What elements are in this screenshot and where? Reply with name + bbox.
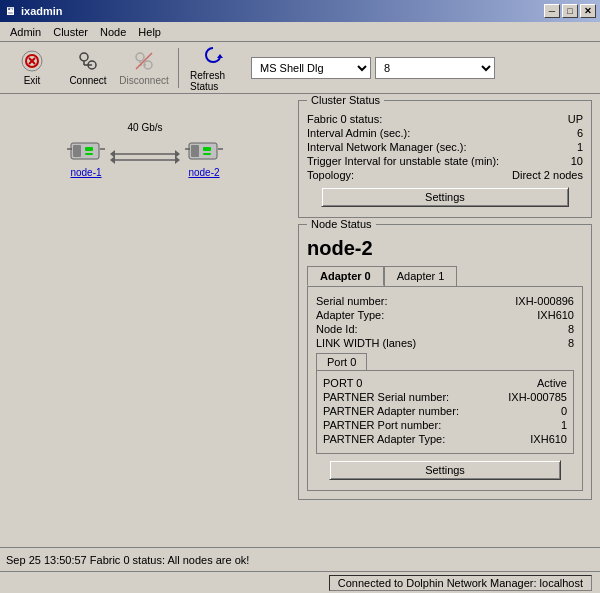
adapter-type-row: Adapter Type: IXH610 (316, 309, 574, 321)
exit-button[interactable]: Exit (6, 45, 58, 91)
title-icon: 🖥 (4, 5, 15, 17)
exit-icon (20, 49, 44, 73)
status-message: Sep 25 13:50:57 Fabric 0 status: All nod… (6, 554, 249, 566)
partner-adapter-type-label: PARTNER Adapter Type: (323, 433, 445, 445)
interval-admin-row: Interval Admin (sec.): 6 (307, 127, 583, 139)
connect-icon (76, 49, 100, 73)
link-width-row: LINK WIDTH (lanes) 8 (316, 337, 574, 349)
partner-port-value: 1 (561, 419, 567, 431)
bottom-bar: Connected to Dolphin Network Manager: lo… (0, 571, 600, 593)
partner-port-label: PARTNER Port number: (323, 419, 441, 431)
node-id-row: Node Id: 8 (316, 323, 574, 335)
adapter0-content: Serial number: IXH-000896 Adapter Type: … (307, 286, 583, 491)
interval-nm-value: 1 (577, 141, 583, 153)
refresh-label: Refresh Status (190, 70, 236, 92)
menu-admin[interactable]: Admin (4, 24, 47, 40)
interval-nm-label: Interval Network Manager (sec.): (307, 141, 467, 153)
svg-point-8 (136, 53, 144, 61)
serial-label: Serial number: (316, 295, 388, 307)
node1-label[interactable]: node-1 (70, 167, 101, 178)
link-width-label: LINK WIDTH (lanes) (316, 337, 416, 349)
interval-admin-label: Interval Admin (sec.): (307, 127, 410, 139)
left-panel: 40 Gb/s node-1 (0, 94, 290, 547)
trigger-label: Trigger Interval for unstable state (min… (307, 155, 499, 167)
cluster-status-group: Cluster Status Fabric 0 status: UP Inter… (298, 100, 592, 218)
adapter-type-label: Adapter Type: (316, 309, 384, 321)
svg-marker-23 (175, 156, 180, 164)
connect-button[interactable]: Connect (62, 45, 114, 91)
menu-cluster[interactable]: Cluster (47, 24, 94, 40)
link-svg (110, 142, 180, 172)
port0-tab[interactable]: Port 0 (316, 353, 367, 370)
toolbar-right: MS Shell Dlg 8 9 10 11 12 (251, 57, 495, 79)
network-diagram: 40 Gb/s node-1 (65, 122, 225, 178)
port0-row: PORT 0 Active (323, 377, 567, 389)
connection-status: Connected to Dolphin Network Manager: lo… (329, 575, 592, 591)
toolbar-separator (178, 48, 179, 88)
port0-content: PORT 0 Active PARTNER Serial number: IXH… (316, 370, 574, 454)
partner-serial-label: PARTNER Serial number: (323, 391, 449, 403)
interval-nm-row: Interval Network Manager (sec.): 1 (307, 141, 583, 153)
refresh-button[interactable]: Refresh Status (187, 45, 239, 91)
node-name: node-2 (307, 237, 583, 260)
title-bar: 🖥 ixadmin ─ □ ✕ (0, 0, 600, 22)
disconnect-button[interactable]: Disconnect (118, 45, 170, 91)
menu-bar: Admin Cluster Node Help (0, 22, 600, 42)
port0-value: Active (537, 377, 567, 389)
svg-rect-26 (203, 147, 211, 151)
svg-marker-13 (217, 54, 223, 58)
node-id-value: 8 (568, 323, 574, 335)
topology-row: Topology: Direct 2 nodes (307, 169, 583, 181)
node2-svg (185, 135, 223, 165)
size-dropdown[interactable]: 8 9 10 11 12 (375, 57, 495, 79)
main-content: 40 Gb/s node-1 (0, 94, 600, 547)
menu-node[interactable]: Node (94, 24, 132, 40)
fabric-status-label: Fabric 0 status: (307, 113, 382, 125)
fabric-status-row: Fabric 0 status: UP (307, 113, 583, 125)
partner-port-row: PARTNER Port number: 1 (323, 419, 567, 431)
close-button[interactable]: ✕ (580, 4, 596, 18)
tab-adapter1[interactable]: Adapter 1 (384, 266, 458, 286)
partner-adapter-value: 0 (561, 405, 567, 417)
link-area (105, 142, 185, 172)
node-status-title: Node Status (307, 218, 376, 230)
adapter-type-value: IXH610 (537, 309, 574, 321)
node1-svg (67, 135, 105, 165)
trigger-value: 10 (571, 155, 583, 167)
svg-rect-27 (203, 153, 211, 155)
svg-point-4 (80, 53, 88, 61)
interval-admin-value: 6 (577, 127, 583, 139)
svg-marker-22 (110, 156, 115, 164)
node2-label[interactable]: node-2 (188, 167, 219, 178)
cluster-status-title: Cluster Status (307, 94, 384, 106)
port0-label: PORT 0 (323, 377, 362, 389)
exit-label: Exit (24, 75, 41, 86)
maximize-button[interactable]: □ (562, 4, 578, 18)
port-tab-area: Port 0 PORT 0 Active PARTNER Serial numb… (316, 353, 574, 454)
svg-rect-17 (85, 153, 93, 155)
toolbar: Exit Connect Disconnect (0, 42, 600, 94)
status-bar: Sep 25 13:50:57 Fabric 0 status: All nod… (0, 547, 600, 571)
node2-icon: node-2 (185, 135, 223, 178)
nodes-row: node-1 (67, 135, 223, 178)
svg-rect-25 (191, 145, 199, 157)
refresh-icon (201, 44, 225, 68)
disconnect-label: Disconnect (119, 75, 168, 86)
title-bar-buttons: ─ □ ✕ (544, 4, 596, 18)
partner-adapter-label: PARTNER Adapter number: (323, 405, 459, 417)
svg-rect-16 (85, 147, 93, 151)
menu-help[interactable]: Help (132, 24, 167, 40)
node-status-group: Node Status node-2 Adapter 0 Adapter 1 S… (298, 224, 592, 500)
cluster-settings-button[interactable]: Settings (321, 187, 569, 207)
font-dropdown[interactable]: MS Shell Dlg (251, 57, 371, 79)
minimize-button[interactable]: ─ (544, 4, 560, 18)
partner-adapter-row: PARTNER Adapter number: 0 (323, 405, 567, 417)
fabric-status-value: UP (568, 113, 583, 125)
node-settings-button[interactable]: Settings (329, 460, 561, 480)
speed-label: 40 Gb/s (127, 122, 162, 133)
connect-label: Connect (69, 75, 106, 86)
node-id-label: Node Id: (316, 323, 358, 335)
partner-serial-row: PARTNER Serial number: IXH-000785 (323, 391, 567, 403)
tab-adapter0[interactable]: Adapter 0 (307, 266, 384, 286)
partner-adapter-type-row: PARTNER Adapter Type: IXH610 (323, 433, 567, 445)
